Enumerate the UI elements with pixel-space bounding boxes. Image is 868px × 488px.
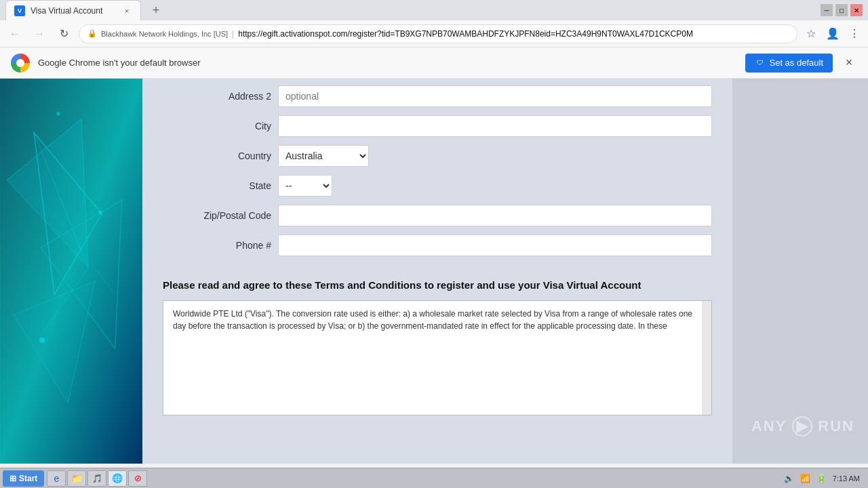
terms-scrollbar[interactable] (702, 301, 711, 415)
zip-row: Zip/Postal Code (163, 205, 712, 226)
shield-icon: 🛡 (755, 58, 766, 68)
state-label: State (163, 180, 271, 191)
url-text: https://egift.activationspot.com/registe… (238, 29, 789, 39)
address2-input[interactable] (278, 85, 712, 107)
minimize-button[interactable]: ─ (821, 4, 833, 16)
start-label: Start (19, 474, 37, 483)
network-icon[interactable]: 📶 (800, 473, 811, 484)
notification-bar: Google Chrome isn't your default browser… (0, 47, 868, 79)
tab-favicon: V (14, 5, 25, 16)
phone-input[interactable] (278, 235, 712, 256)
maximize-button[interactable]: □ (835, 4, 848, 16)
url-company: Blackhawk Network Holdings, Inc [US] (101, 30, 228, 38)
menu-icon[interactable]: ⋮ (846, 26, 863, 42)
back-button[interactable]: ← (5, 24, 24, 43)
ie-icon: e (54, 473, 59, 484)
state-row: State -- NSW VIC QLD WA (163, 175, 712, 197)
anyrun-watermark: ANY ▶ RUN (751, 416, 854, 436)
reload-button[interactable]: ↻ (54, 24, 73, 43)
country-row: Country Australia United States Canada U… (163, 145, 712, 167)
address2-label: Address 2 (163, 91, 271, 102)
anyrun-text2: RUN (818, 418, 854, 435)
address-bar[interactable]: 🔒 Blackhawk Network Holdings, Inc [US] |… (79, 24, 797, 43)
set-default-button[interactable]: 🛡 Set as default (745, 54, 833, 73)
battery-icon[interactable]: 🔋 (816, 473, 827, 484)
chrome-taskbar-icon: 🌐 (112, 473, 123, 483)
svg-point-10 (56, 112, 60, 116)
notification-close-button[interactable]: × (841, 55, 857, 71)
taskbar-chrome-icon[interactable]: 🌐 (108, 470, 127, 487)
taskbar-system-tray: 🔊 📶 🔋 7:13 AM (784, 473, 865, 484)
terms-box[interactable]: Worldwide PTE Ltd ("Visa"). The conversi… (163, 300, 712, 415)
zip-input[interactable] (278, 205, 712, 226)
right-panel: ANY ▶ RUN (732, 79, 868, 464)
terms-section: Please read and agree to these Terms and… (142, 278, 732, 429)
svg-point-9 (98, 210, 102, 214)
terms-title: Please read and agree to these Terms and… (163, 278, 712, 292)
taskbar-folder-icon[interactable]: 📁 (67, 470, 86, 487)
tab-title: Visa Virtual Account (31, 6, 102, 16)
set-default-label: Set as default (770, 58, 824, 68)
url-separator: | (232, 29, 234, 39)
country-select[interactable]: Australia United States Canada United Ki… (278, 145, 369, 167)
start-button[interactable]: ⊞ Start (3, 470, 44, 487)
taskbar-ie-icon[interactable]: e (47, 470, 66, 487)
svg-point-8 (39, 338, 45, 343)
chrome-logo (11, 54, 30, 73)
system-time: 7:13 AM (833, 474, 860, 483)
state-select[interactable]: -- NSW VIC QLD WA (278, 175, 332, 197)
tab-close-btn[interactable]: × (121, 5, 132, 16)
folder-icon: 📁 (71, 473, 83, 484)
phone-row: Phone # (163, 235, 712, 256)
new-tab-button[interactable]: + (146, 1, 165, 20)
title-bar: V Visa Virtual Account × + ─ □ ✕ (0, 0, 868, 20)
city-label: City (163, 121, 271, 131)
address2-row: Address 2 (163, 85, 712, 107)
city-row: City (163, 115, 712, 137)
taskbar-security-icon[interactable]: ⊘ (128, 470, 147, 487)
city-input[interactable] (278, 115, 712, 137)
profile-icon[interactable]: 👤 (825, 26, 841, 42)
taskbar-items: e 📁 🎵 🌐 ⊘ (47, 470, 783, 487)
page-wrapper: Address 2 City Country Australia United … (0, 79, 868, 464)
media-icon: 🎵 (92, 474, 102, 483)
security-icon: ⊘ (134, 473, 142, 483)
country-label: Country (163, 150, 271, 161)
taskbar-media-icon[interactable]: 🎵 (87, 470, 106, 487)
bookmark-icon[interactable]: ☆ (803, 26, 819, 42)
taskbar: ⊞ Start e 📁 🎵 🌐 ⊘ 🔊 📶 🔋 7:13 AM (0, 468, 868, 488)
terms-content: Worldwide PTE Ltd ("Visa"). The conversi… (173, 308, 702, 332)
form-container: Address 2 City Country Australia United … (142, 79, 732, 278)
window-controls: ─ □ ✕ (821, 4, 863, 16)
forward-button[interactable]: → (30, 24, 49, 43)
notification-text: Google Chrome isn't your default browser (38, 58, 737, 68)
anyrun-text: ANY (751, 418, 787, 435)
main-content: Address 2 City Country Australia United … (142, 79, 732, 464)
volume-icon[interactable]: 🔊 (784, 473, 795, 484)
sidebar (0, 79, 142, 464)
start-icon: ⊞ (9, 474, 16, 483)
zip-label: Zip/Postal Code (163, 210, 271, 221)
browser-tab[interactable]: V Visa Virtual Account × (5, 0, 141, 20)
lock-icon: 🔒 (87, 29, 97, 38)
close-button[interactable]: ✕ (850, 4, 863, 16)
address-bar-row: ← → ↻ 🔒 Blackhawk Network Holdings, Inc … (0, 20, 868, 47)
phone-label: Phone # (163, 240, 271, 251)
anyrun-play-icon: ▶ (792, 416, 812, 436)
